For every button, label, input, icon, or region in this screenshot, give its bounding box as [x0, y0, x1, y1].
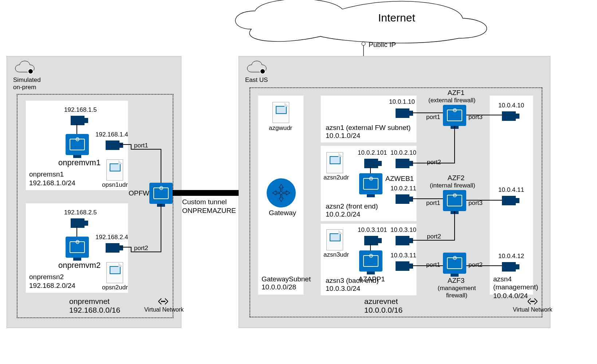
doc-icon — [106, 262, 123, 283]
label-azsn1-nic-ip: 10.0.1.10 — [389, 98, 415, 106]
label-azsn3udr: azsn3udr — [323, 251, 349, 258]
label-azsn2-vm-nic: 10.0.2.101 — [358, 149, 387, 157]
label-azsn4-name: azsn4 (management) — [493, 275, 538, 291]
label-onpremvm1: onpremvm1 — [58, 158, 101, 167]
vnet-azure-cidr: 10.0.0.0/16 — [364, 306, 402, 314]
label-azsn3-vm-nic: 10.0.3.101 — [358, 226, 387, 234]
label-azf2-port3: port3 — [468, 199, 483, 207]
vnet-onprem-type: Virtual Network — [144, 306, 184, 313]
nic-icon — [396, 108, 409, 118]
label-opfw-port2: port2 — [134, 245, 148, 252]
region-onprem-label: Simulated on-prem — [13, 76, 41, 91]
label-azsn2-cidr: 10.0.2.0/24 — [326, 210, 360, 218]
label-azf3-sub: (management firewall) — [434, 285, 479, 299]
doc-icon — [326, 152, 343, 173]
vnet-onprem-name: onpremvnet — [69, 297, 110, 306]
nic-icon — [71, 116, 85, 125]
label-azf2-sub: (internal firewall) — [430, 182, 475, 189]
svg-point-6 — [164, 301, 165, 302]
label-azf1-port1: port1 — [426, 114, 440, 121]
cloud-icon — [245, 58, 268, 78]
vnet-icon — [157, 297, 170, 308]
label-azf2-port1: port1 — [426, 199, 440, 207]
label-azf3-port2: port2 — [468, 261, 483, 269]
svg-point-9 — [530, 301, 532, 302]
vnet-azure-name: azurevnet — [364, 297, 398, 306]
label-azsn3-p1: 10.0.3.10 — [390, 226, 416, 234]
nic-icon — [106, 141, 119, 150]
vm-azapp1 — [359, 250, 382, 272]
label-onpremvm2: onpremvm2 — [58, 261, 101, 270]
vm-azweb1 — [359, 173, 382, 194]
label-azf1-sub: (external firewall) — [428, 97, 475, 104]
label-azsn2udr: azsn2udr — [323, 174, 349, 181]
tunnel-line1: Custom tunnel — [182, 198, 227, 206]
nic-icon — [396, 236, 409, 245]
label-gwsubnet-cidr: 10.0.0.0/28 — [262, 283, 296, 291]
label-onpremsn2-cidr: 192.168.2.0/24 — [29, 282, 75, 290]
tunnel-line2: ONPREMAZURE — [182, 207, 236, 215]
label-opsn2udr: opsn2udr — [102, 284, 128, 291]
nic-icon — [364, 159, 378, 168]
label-azsn3-cidr: 10.0.3.0/24 — [326, 285, 360, 293]
label-azsn4-cidr: 10.0.4.0/24 — [493, 292, 528, 300]
label-onpremsn1-name: onpremsn1 — [29, 170, 64, 178]
label-onpremsn2-name: onpremsn2 — [29, 273, 64, 281]
region-azure-label: East US — [245, 76, 268, 84]
nic-icon — [396, 194, 409, 204]
label-onpremsn1-cidr: 192.168.1.0/24 — [29, 179, 75, 187]
vm-onpremvm2 — [66, 237, 89, 258]
label-azf1-port2: port2 — [427, 159, 441, 166]
label-azsn4-nic2: 10.0.4.11 — [498, 186, 524, 194]
internet-label: Internet — [378, 12, 415, 24]
label-azf3-port1: port1 — [426, 261, 440, 269]
nic-icon — [71, 218, 85, 228]
label-opfw: OPFW — [129, 189, 149, 197]
cloud-icon — [13, 58, 36, 78]
public-ip-label: Public IP — [369, 41, 396, 49]
label-gateway: Gateway — [269, 209, 296, 217]
label-azf3-name: AZF3 — [441, 277, 471, 285]
vnet-azure-type: Virtual Network — [513, 306, 552, 313]
label-azf1-port3: port3 — [468, 114, 483, 121]
label-azf2-port2: port2 — [427, 233, 441, 240]
nic-icon — [396, 261, 409, 271]
nic-icon — [502, 262, 516, 272]
nic-icon — [106, 243, 119, 253]
label-azgwudr: azgwudr — [269, 124, 292, 132]
label-gwsubnet-name: GatewaySubnet — [262, 275, 311, 283]
vm-azf3 — [443, 253, 466, 274]
doc-icon — [272, 102, 289, 123]
svg-point-3 — [28, 69, 33, 74]
nic-icon — [502, 196, 516, 205]
svg-point-10 — [532, 301, 533, 302]
label-azsn1-name: azsn1 (external FW subnet) — [326, 124, 411, 132]
svg-point-4 — [161, 301, 162, 302]
vm-azf1 — [443, 105, 466, 126]
vm-onpremvm1 — [66, 134, 89, 155]
label-azsn1-cidr: 10.0.1.0/24 — [326, 132, 360, 140]
internet-cloud — [226, 0, 495, 46]
doc-icon — [106, 159, 123, 181]
svg-point-5 — [162, 301, 164, 302]
svg-point-11 — [533, 301, 535, 302]
label-nic-op1-right: 192.168.1.4 — [95, 131, 128, 138]
label-nic-op2-right: 192.168.2.4 — [95, 234, 128, 241]
label-azsn2-name: azsn2 (front end) — [326, 202, 378, 210]
label-nic-op1-top: 192.168.1.5 — [64, 106, 97, 114]
vnet-icon — [526, 297, 539, 308]
nic-icon — [502, 111, 516, 121]
svg-point-8 — [260, 69, 265, 74]
label-nic-op2-top: 192.168.2.5 — [64, 209, 97, 216]
doc-icon — [326, 229, 343, 250]
label-azsn4-nic1: 10.0.4.10 — [498, 102, 524, 109]
label-azsn2-p1: 10.0.2.10 — [390, 149, 416, 157]
label-azsn4-nic3: 10.0.4.12 — [498, 253, 524, 260]
label-opsn1udr: opsn1udr — [102, 181, 128, 189]
vm-opfw — [149, 183, 173, 204]
label-azsn2-p1b: 10.0.2.11 — [390, 185, 416, 192]
label-azf2-name: AZF2 — [441, 174, 471, 182]
nic-icon — [396, 159, 409, 168]
label-azsn3-name: azsn3 (back end) — [326, 277, 379, 285]
label-azf1-name: AZF1 — [441, 89, 471, 97]
